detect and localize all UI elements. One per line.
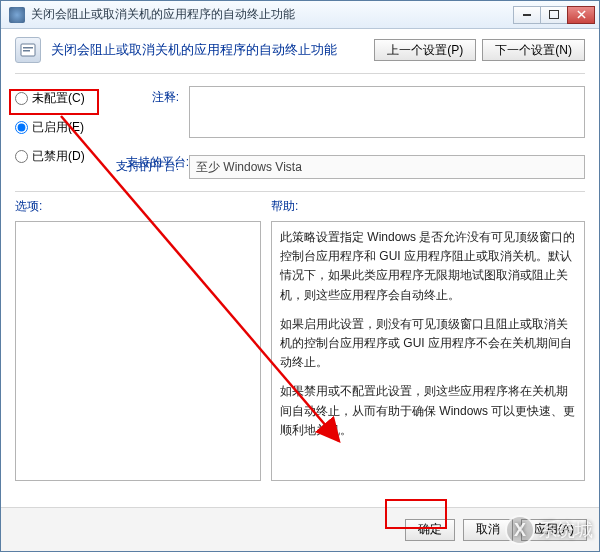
maximize-button[interactable] xyxy=(540,6,568,24)
svg-rect-2 xyxy=(23,50,30,52)
radio-enabled[interactable]: 已启用(E) xyxy=(15,119,105,136)
minimize-button[interactable] xyxy=(513,6,541,24)
platform-label2: 支持的平台: xyxy=(115,155,179,179)
next-setting-button[interactable]: 下一个设置(N) xyxy=(482,39,585,61)
header-row: 关闭会阻止或取消关机的应用程序的自动终止功能 上一个设置(P) 下一个设置(N) xyxy=(15,37,585,63)
policy-icon xyxy=(15,37,41,63)
watermark-text: 系统城 xyxy=(539,518,593,542)
window-controls xyxy=(514,6,595,24)
platform-field: 至少 Windows Vista xyxy=(189,155,585,179)
prev-setting-button[interactable]: 上一个设置(P) xyxy=(374,39,476,61)
help-panel[interactable]: 此策略设置指定 Windows 是否允许没有可见顶级窗口的控制台应用程序和 GU… xyxy=(271,221,585,481)
radio-enabled-label: 已启用(E) xyxy=(32,119,84,136)
window-title: 关闭会阻止或取消关机的应用程序的自动终止功能 xyxy=(31,6,514,23)
content-area: 关闭会阻止或取消关机的应用程序的自动终止功能 上一个设置(P) 下一个设置(N)… xyxy=(1,29,599,489)
options-label: 选项: xyxy=(15,198,261,215)
help-label: 帮助: xyxy=(271,198,585,215)
options-panel xyxy=(15,221,261,481)
help-paragraph: 如果启用此设置，则没有可见顶级窗口且阻止或取消关机的控制台应用程序或 GUI 应… xyxy=(280,315,576,373)
radio-not-configured[interactable]: 未配置(C) xyxy=(15,90,105,107)
ok-button[interactable]: 确定 xyxy=(405,519,455,541)
radio-not-configured-label: 未配置(C) xyxy=(32,90,85,107)
close-button[interactable] xyxy=(567,6,595,24)
help-paragraph: 此策略设置指定 Windows 是否允许没有可见顶级窗口的控制台应用程序和 GU… xyxy=(280,228,576,305)
radio-not-configured-input[interactable] xyxy=(15,92,28,105)
svg-rect-1 xyxy=(23,47,33,49)
watermark-icon: X xyxy=(505,515,535,545)
comment-label: 注释: xyxy=(115,89,179,106)
divider xyxy=(15,73,585,74)
comment-textarea[interactable] xyxy=(189,86,585,138)
radio-enabled-input[interactable] xyxy=(15,121,28,134)
divider2 xyxy=(15,191,585,192)
policy-title: 关闭会阻止或取消关机的应用程序的自动终止功能 xyxy=(51,41,337,59)
titlebar: 关闭会阻止或取消关机的应用程序的自动终止功能 xyxy=(1,1,599,29)
help-paragraph: 如果禁用或不配置此设置，则这些应用程序将在关机期间自动终止，从而有助于确保 Wi… xyxy=(280,382,576,440)
dialog-window: 关闭会阻止或取消关机的应用程序的自动终止功能 关闭会阻止或取消关机的应用程序的自… xyxy=(0,0,600,552)
watermark: X 系统城 xyxy=(505,515,593,545)
app-icon xyxy=(9,7,25,23)
